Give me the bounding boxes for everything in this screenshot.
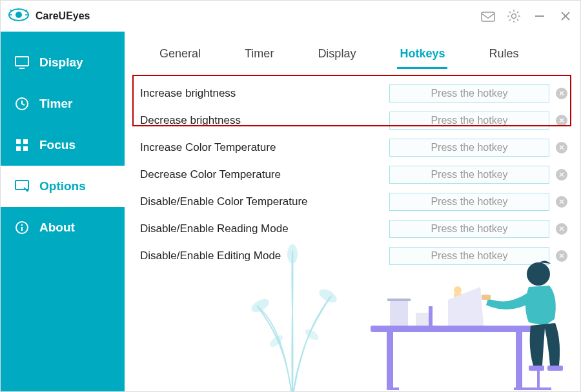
svg-point-16 <box>21 224 23 226</box>
app-title: CareUEyes <box>36 10 90 22</box>
tab-display[interactable]: Display <box>315 42 358 69</box>
hotkey-row: Decrease Color Temperature Press the hot… <box>138 166 567 184</box>
svg-rect-14 <box>15 181 28 190</box>
hotkey-label: Disable/Enable Editing Mode <box>140 250 389 262</box>
hotkey-label: Disable/Enable Reading Mode <box>140 222 389 235</box>
info-icon <box>15 220 29 235</box>
svg-rect-26 <box>390 300 408 326</box>
tab-timer[interactable]: Timer <box>242 42 276 69</box>
sidebar-item-about[interactable]: About <box>1 207 125 248</box>
sidebar-item-label: Display <box>39 55 83 70</box>
svg-rect-23 <box>371 326 538 332</box>
svg-point-18 <box>249 297 271 315</box>
clear-icon[interactable]: ✕ <box>556 142 567 153</box>
svg-point-1 <box>15 12 22 18</box>
hotkey-input[interactable]: Press the hotkey <box>389 193 549 211</box>
hotkey-input[interactable]: Press the hotkey <box>389 247 549 265</box>
minimize-icon[interactable] <box>533 9 547 23</box>
monitor-icon <box>15 55 29 70</box>
svg-point-3 <box>512 14 516 19</box>
clear-icon[interactable]: ✕ <box>556 196 567 208</box>
hotkey-input[interactable]: Press the hotkey <box>389 166 549 184</box>
svg-point-22 <box>303 327 321 342</box>
svg-rect-10 <box>16 139 21 144</box>
clear-icon[interactable]: ✕ <box>556 88 567 99</box>
hotkey-input[interactable]: Press the hotkey <box>389 84 549 103</box>
svg-rect-2 <box>482 12 494 21</box>
svg-rect-12 <box>16 146 21 151</box>
svg-rect-11 <box>23 139 28 144</box>
sidebar-item-label: Options <box>39 179 86 193</box>
hotkey-label: Increase brightness <box>140 87 389 100</box>
svg-point-32 <box>527 262 550 286</box>
sidebar-item-focus[interactable]: Focus <box>1 124 125 166</box>
clock-icon <box>15 97 29 111</box>
hotkey-row: Decrease brightness Press the hotkey ✕ <box>138 112 567 130</box>
svg-rect-31 <box>454 293 462 299</box>
hotkey-label: Decrease brightness <box>140 114 389 127</box>
svg-point-30 <box>454 286 462 294</box>
sidebar-item-display[interactable]: Display <box>1 42 125 83</box>
grid-icon <box>15 138 29 152</box>
app-logo: CareUEyes <box>8 7 90 25</box>
svg-rect-29 <box>429 306 433 326</box>
leaves-illustration <box>247 244 338 392</box>
hotkey-row: Increase Color Temperature Press the hot… <box>138 139 567 157</box>
svg-rect-34 <box>529 366 544 371</box>
close-icon[interactable] <box>558 9 573 23</box>
svg-rect-24 <box>387 332 393 390</box>
mail-icon[interactable] <box>481 9 495 23</box>
sidebar: Display Timer Focus Options About <box>1 32 125 391</box>
hotkey-input[interactable]: Press the hotkey <box>389 112 549 130</box>
svg-point-21 <box>268 333 285 349</box>
hotkey-input[interactable]: Press the hotkey <box>389 139 549 157</box>
hotkey-input[interactable]: Press the hotkey <box>389 220 549 238</box>
hotkey-label: Disable/Enable Color Temperature <box>140 195 389 208</box>
hotkey-label: Decrease Color Temperature <box>140 168 389 181</box>
titlebar: CareUEyes <box>1 1 580 32</box>
svg-rect-25 <box>516 332 522 390</box>
svg-rect-33 <box>482 295 491 300</box>
hotkey-row: Increase brightness Press the hotkey ✕ <box>138 84 567 103</box>
sidebar-item-label: About <box>39 220 75 235</box>
gear-icon[interactable] <box>507 9 521 23</box>
clear-icon[interactable]: ✕ <box>556 223 567 235</box>
svg-rect-27 <box>387 299 411 301</box>
hotkey-label: Increase Color Temperature <box>140 141 389 154</box>
tab-hotkeys[interactable]: Hotkeys <box>397 42 447 69</box>
tab-rules[interactable]: Rules <box>486 42 521 69</box>
svg-rect-7 <box>15 57 28 66</box>
sidebar-item-options[interactable]: Options <box>1 166 125 207</box>
options-icon <box>15 179 29 193</box>
hotkey-row: Disable/Enable Editing Mode Press the ho… <box>138 247 567 265</box>
tab-general[interactable]: General <box>157 42 203 69</box>
titlebar-controls <box>481 9 573 23</box>
sidebar-item-timer[interactable]: Timer <box>1 83 125 124</box>
svg-point-19 <box>317 287 338 306</box>
clear-icon[interactable]: ✕ <box>556 115 567 126</box>
eye-icon <box>8 7 29 25</box>
content-pane: General Timer Display Hotkeys Rules Incr… <box>125 32 580 391</box>
hotkey-row: Disable/Enable Color Temperature Press t… <box>138 193 567 211</box>
svg-rect-35 <box>547 366 563 371</box>
hotkey-row: Disable/Enable Reading Mode Press the ho… <box>138 220 567 238</box>
tabs: General Timer Display Hotkeys Rules <box>138 42 567 69</box>
sidebar-item-label: Timer <box>39 97 72 111</box>
hotkey-rows: Increase brightness Press the hotkey ✕ D… <box>138 84 567 265</box>
svg-rect-28 <box>416 313 429 326</box>
clear-icon[interactable]: ✕ <box>556 169 567 181</box>
sidebar-item-label: Focus <box>39 138 76 152</box>
clear-icon[interactable]: ✕ <box>556 250 567 262</box>
svg-rect-17 <box>21 227 23 231</box>
svg-rect-13 <box>23 146 28 151</box>
